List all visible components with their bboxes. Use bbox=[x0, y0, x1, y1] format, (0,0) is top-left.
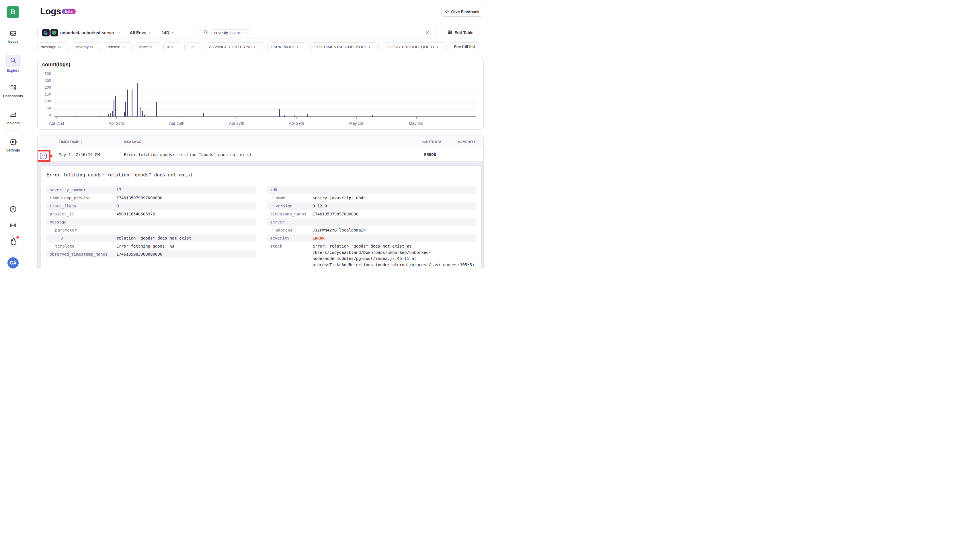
y-axis-tick-label: 300 bbox=[45, 72, 51, 76]
x-axis-tick bbox=[116, 117, 117, 119]
filter-chip[interactable]: messageis... bbox=[37, 43, 69, 51]
attribute-value bbox=[312, 218, 476, 226]
user-avatar[interactable]: CA bbox=[8, 257, 19, 269]
attribute-key: server bbox=[270, 218, 285, 226]
attributes-table-right: sdknamesentry.javascript.nodeversion9.12… bbox=[267, 186, 476, 269]
whats-new-button[interactable] bbox=[10, 237, 18, 247]
x-axis-tick-label: Apr 27th bbox=[229, 121, 244, 126]
attribute-key: severity_number bbox=[49, 186, 86, 194]
sidebar-item-insights[interactable]: Insights bbox=[0, 111, 26, 125]
table-row[interactable]: May 1, 2:46:19 PM Error fetching goods: … bbox=[38, 148, 484, 161]
attribute-value: Error fetching goods: %s bbox=[116, 242, 256, 250]
x-axis-tick bbox=[56, 117, 57, 119]
filter-chip[interactable]: 0is... bbox=[164, 43, 181, 51]
attribute-value: 1746135979897000000 bbox=[116, 194, 256, 202]
table-icon bbox=[447, 30, 452, 35]
explore-active-pill bbox=[5, 55, 21, 67]
expanded-row-region: Error fetching goods: relation "goods" d… bbox=[38, 161, 484, 269]
filter-chip[interactable]: severityis... bbox=[72, 43, 101, 51]
sidebar-item-issues[interactable]: Issues bbox=[0, 30, 26, 44]
broadcast-button[interactable] bbox=[10, 222, 17, 230]
logs-table: TIMESTAMP↓ MESSAGE CARTDATA SEVERITY May… bbox=[37, 135, 484, 269]
detail-row: sdk bbox=[267, 186, 476, 194]
org-logo[interactable]: B bbox=[6, 6, 19, 18]
gridline bbox=[54, 82, 476, 82]
filter-chips: messageis...severityis...releaseis...tra… bbox=[37, 43, 490, 51]
sidebar-item-explore[interactable]: Explore bbox=[0, 55, 26, 73]
filter-chip[interactable]: 1is... bbox=[185, 43, 202, 51]
chart-title: count(logs) bbox=[42, 62, 70, 68]
beta-badge: beta bbox=[62, 9, 76, 14]
annotation-dot bbox=[49, 155, 52, 158]
log-detail-panel: Error fetching goods: relation "goods" d… bbox=[41, 166, 481, 269]
gear-icon bbox=[10, 139, 17, 147]
tree-connector bbox=[52, 242, 54, 246]
megaphone-icon bbox=[444, 9, 449, 14]
project-selector[interactable]: unborked, unborked-server bbox=[38, 27, 125, 38]
filter-chip[interactable]: DARK_MODE>... bbox=[267, 43, 307, 51]
tree-connector bbox=[57, 234, 60, 238]
attribute-value bbox=[116, 218, 256, 226]
bar bbox=[142, 111, 143, 116]
remove-token-icon[interactable]: × bbox=[245, 30, 247, 35]
page-filter-bar: unborked, unborked-server All Envs 14D bbox=[37, 27, 196, 38]
attribute-value: relation "goods" does not exist bbox=[116, 234, 256, 242]
attribute-key: 0 bbox=[60, 234, 63, 242]
y-axis-tick-label: 50 bbox=[47, 106, 51, 110]
sidebar-item-label: Settings bbox=[6, 148, 20, 152]
filter-chip[interactable]: ADVANCED_FILTERING>... bbox=[205, 43, 264, 51]
detail-row: timestamp_nanos1746135979897000000 bbox=[267, 210, 476, 218]
x-axis-tick bbox=[416, 117, 417, 119]
environment-selector[interactable]: All Envs bbox=[125, 27, 157, 38]
detail-row: observed_timestamp_nanos1746135983000000… bbox=[46, 250, 256, 258]
page-title: Logs bbox=[40, 6, 61, 17]
gridline bbox=[54, 109, 476, 110]
bar bbox=[112, 111, 113, 116]
bar bbox=[156, 102, 157, 116]
column-header-cartdata[interactable]: CARTDATA bbox=[422, 135, 442, 148]
chevron-down-icon bbox=[41, 153, 45, 159]
x-axis-tick bbox=[237, 117, 237, 119]
edit-table-button[interactable]: Edit Table bbox=[442, 27, 479, 38]
dashboards-icon bbox=[10, 84, 17, 92]
close-icon bbox=[425, 30, 430, 35]
attribute-value: J12PWN42YQ.localdomain bbox=[312, 226, 476, 234]
attribute-value: error: relation "goods" does not exist a… bbox=[312, 242, 476, 269]
help-button[interactable] bbox=[10, 206, 17, 214]
tree-connector bbox=[272, 194, 275, 198]
sidebar-item-dashboards[interactable]: Dashboards bbox=[0, 84, 26, 98]
column-header-timestamp[interactable]: TIMESTAMP↓ bbox=[59, 135, 83, 148]
project-platform-icons bbox=[42, 29, 58, 37]
column-header-severity[interactable]: SEVERITY bbox=[458, 135, 476, 148]
filter-chip[interactable]: traceis... bbox=[136, 43, 160, 51]
attribute-key: address bbox=[275, 226, 293, 234]
bar bbox=[75, 116, 76, 117]
y-axis-tick-label: 100 bbox=[45, 99, 51, 103]
tree-connector bbox=[272, 202, 275, 206]
filter-chip[interactable]: GOODS_PRODUCTQUERY>... bbox=[382, 43, 446, 51]
search-input[interactable]: severity is error × bbox=[199, 27, 436, 38]
logs-count-chart-card: count(logs) 050100150200250300Apr 21stAp… bbox=[37, 58, 484, 130]
clear-search-button[interactable] bbox=[424, 29, 431, 37]
sidebar-item-settings[interactable]: Settings bbox=[0, 139, 26, 152]
attribute-key: version bbox=[275, 202, 293, 210]
see-full-list-button[interactable]: See full list bbox=[450, 43, 479, 51]
x-axis-tick bbox=[356, 117, 357, 119]
expand-row-button[interactable] bbox=[40, 153, 47, 159]
bar bbox=[132, 89, 132, 116]
filter-chip[interactable]: EXPERIMENTAL_CHECKOUT>... bbox=[310, 43, 379, 51]
date-range-selector[interactable]: 14D bbox=[157, 27, 180, 38]
bar bbox=[127, 89, 128, 116]
attribute-key: message bbox=[49, 218, 67, 226]
search-filter-token[interactable]: severity is error × bbox=[211, 29, 250, 36]
bar bbox=[307, 114, 308, 116]
bar bbox=[124, 112, 125, 116]
column-header-message[interactable]: MESSAGE bbox=[124, 135, 142, 148]
attribute-value: ERROR bbox=[312, 234, 476, 242]
attribute-key: trace_flags bbox=[49, 202, 76, 210]
tree-connector bbox=[272, 226, 275, 230]
give-feedback-button[interactable]: Give Feedback bbox=[441, 7, 482, 17]
filter-chip[interactable]: releaseis... bbox=[104, 43, 132, 51]
detail-row: parameter bbox=[46, 226, 256, 234]
bar bbox=[294, 115, 295, 116]
